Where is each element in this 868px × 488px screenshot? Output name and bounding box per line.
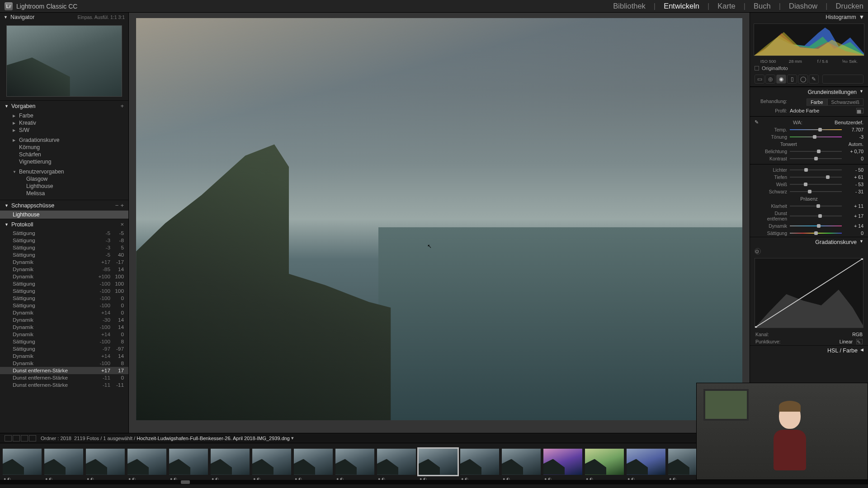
filmstrip-thumb[interactable]: ● ◐: [294, 449, 333, 475]
slider-dehaze[interactable]: Dunst entfernen+ 17: [750, 210, 868, 222]
view-mode-buttons[interactable]: [5, 435, 36, 441]
snapshot-minus-icon[interactable]: −: [115, 202, 119, 209]
redeye-tool-icon[interactable]: ◉: [776, 75, 786, 84]
filmstrip-thumb[interactable]: ● ◐: [211, 449, 250, 475]
slider-track[interactable]: [790, 189, 842, 194]
slider-shadows[interactable]: Tiefen+ 61: [750, 174, 868, 181]
filmstrip-thumb[interactable]: ● ◐: [502, 449, 541, 475]
gradient-tool-icon[interactable]: ▯: [787, 75, 797, 84]
folder-name[interactable]: 2018: [60, 436, 71, 441]
navigator-header[interactable]: ▼ Navigator Einpas. Ausfül. 1:1 3:1: [0, 13, 128, 22]
slider-knob[interactable]: [804, 183, 807, 186]
presets-header[interactable]: ▼ Vorgaben +: [0, 100, 128, 111]
grid-view-icon[interactable]: [5, 435, 12, 441]
slider-temp[interactable]: Temp.7.707: [750, 126, 868, 133]
snapshots-header[interactable]: ▼ Schnappschüsse − +: [0, 200, 128, 211]
slider-track[interactable]: [790, 224, 842, 228]
history-step[interactable]: Dynamik+1414: [0, 352, 128, 360]
histogram-header[interactable]: Histogramm ▼: [750, 13, 868, 22]
module-tab-bibliothek[interactable]: Bibliothek: [613, 2, 646, 10]
filmstrip-thumb[interactable]: ● ◐: [169, 449, 208, 475]
snapshot-plus-icon[interactable]: +: [120, 202, 124, 209]
slider-knob[interactable]: [808, 190, 811, 193]
main-image-preview[interactable]: ↖: [136, 18, 742, 420]
brush-tool-icon[interactable]: ✎: [809, 75, 819, 84]
slider-track[interactable]: [790, 127, 842, 132]
history-step[interactable]: Sättigung-3-8: [0, 237, 128, 244]
filmstrip-thumb[interactable]: ● ◐: [127, 449, 166, 475]
filmstrip-thumb[interactable]: ● ◐: [627, 449, 665, 475]
filmstrip-thumb[interactable]: ● ◐: [3, 449, 42, 475]
filmstrip-scrollbar[interactable]: [0, 480, 868, 484]
preset-item[interactable]: ▶Farbe: [0, 112, 128, 119]
wb-value[interactable]: Benutzerdef.: [835, 120, 863, 125]
history-step[interactable]: Dunst entfernen-Stärke-110: [0, 374, 128, 381]
preset-item[interactable]: Körnung: [0, 144, 128, 151]
profile-value[interactable]: Adobe Farbe: [790, 108, 854, 113]
crop-tool-icon[interactable]: ▭: [755, 75, 764, 84]
preset-item[interactable]: Melissa: [0, 190, 128, 197]
slider-clarity[interactable]: Klarheit+ 11: [750, 202, 868, 210]
history-step[interactable]: Dynamik+140: [0, 331, 128, 338]
compare-view-icon[interactable]: [21, 435, 28, 441]
preset-item[interactable]: ▶Gradationskurve: [0, 136, 128, 144]
slider-contrast[interactable]: Kontrast0: [750, 155, 868, 162]
filmstrip-thumb[interactable]: ● ◐: [377, 449, 416, 475]
slider-value[interactable]: + 14: [844, 223, 863, 229]
slider-knob[interactable]: [817, 224, 821, 228]
module-tab-karte[interactable]: Karte: [717, 2, 735, 10]
filmstrip-thumb[interactable]: ● ◐: [543, 449, 582, 475]
slider-knob[interactable]: [826, 175, 830, 179]
slider-track[interactable]: [790, 156, 842, 161]
slider-exposure[interactable]: Belichtung+ 0,70: [750, 148, 868, 155]
navigator-zoom-modes[interactable]: Einpas. Ausfül. 1:1 3:1: [78, 14, 125, 20]
history-step[interactable]: Sättigung-35: [0, 244, 128, 251]
hsl-panel-header[interactable]: HSL / Farbe ◀: [750, 345, 868, 356]
slider-knob[interactable]: [818, 128, 822, 131]
channel-value[interactable]: RGB: [852, 332, 863, 337]
history-header[interactable]: ▼ Protokoll ×: [0, 219, 128, 230]
filmstrip-thumb[interactable]: ● ◐: [335, 449, 374, 475]
slider-value[interactable]: + 61: [844, 174, 863, 180]
slider-blacks[interactable]: Schwarz- 31: [750, 188, 868, 195]
slider-knob[interactable]: [818, 214, 822, 218]
filmstrip-thumb[interactable]: ● ◐: [460, 449, 499, 475]
slider-knob[interactable]: [813, 135, 816, 139]
history-step[interactable]: Dunst entfernen-Stärke+1717: [0, 367, 128, 374]
histogram-chart[interactable]: [754, 23, 864, 56]
history-step[interactable]: Dynamik-1008: [0, 360, 128, 367]
slider-value[interactable]: - 50: [844, 167, 863, 173]
slider-track[interactable]: [790, 168, 842, 172]
slider-track[interactable]: [790, 182, 842, 187]
slider-knob[interactable]: [804, 168, 808, 172]
slider-track[interactable]: [790, 149, 842, 154]
slider-value[interactable]: 7.707: [844, 127, 863, 132]
snapshot-item-selected[interactable]: Lighthouse: [0, 211, 128, 219]
tone-curve-chart[interactable]: [755, 258, 863, 328]
preset-item[interactable]: Glasgow: [0, 175, 128, 183]
slider-highlights[interactable]: Lichter- 50: [750, 166, 868, 174]
profile-browse-icon[interactable]: ▦: [856, 108, 863, 113]
slider-track[interactable]: [790, 135, 842, 139]
slider-value[interactable]: - 31: [844, 189, 863, 194]
history-step[interactable]: Sättigung-540: [0, 251, 128, 258]
slider-value[interactable]: -3: [844, 134, 863, 140]
history-step[interactable]: Dynamik-3014: [0, 316, 128, 324]
auto-tone-button[interactable]: Autom.: [849, 141, 863, 147]
curve-target-icon[interactable]: ⊙: [755, 248, 761, 254]
history-step[interactable]: Dunst entfernen-Stärke-11-11: [0, 381, 128, 389]
clear-history-icon[interactable]: ×: [120, 221, 124, 228]
history-step[interactable]: Dynamik-10014: [0, 324, 128, 331]
slider-value[interactable]: 0: [844, 230, 863, 236]
wb-picker-icon[interactable]: ✎: [755, 119, 761, 125]
module-tab-buch[interactable]: Buch: [754, 2, 771, 10]
radial-tool-icon[interactable]: ◯: [798, 75, 808, 84]
slider-tint[interactable]: Tönung-3: [750, 133, 868, 141]
preset-item[interactable]: Lighthouse: [0, 183, 128, 190]
pointcurve-edit-icon[interactable]: ✎: [856, 339, 863, 344]
basic-panel-header[interactable]: Grundeinstellungen ▼: [750, 87, 868, 97]
history-step[interactable]: Sättigung-1000: [0, 295, 128, 302]
preset-group-user[interactable]: ▼Benutzervorgaben: [0, 168, 128, 175]
history-step[interactable]: Sättigung-5-5: [0, 230, 128, 237]
module-tab-diashow[interactable]: Diashow: [789, 2, 817, 10]
